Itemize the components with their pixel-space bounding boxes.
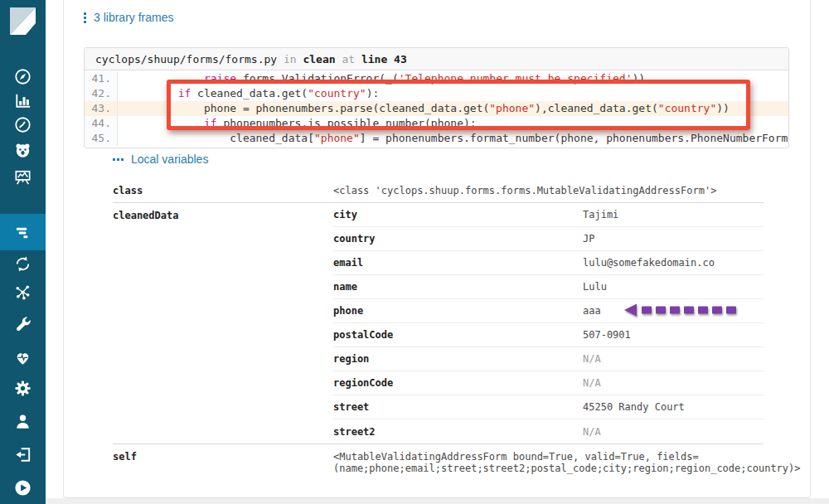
nested-value: aaa	[583, 305, 764, 317]
easel-chart-icon	[13, 167, 32, 187]
library-frames-label: 3 library frames	[94, 11, 173, 24]
line-number: 43.	[85, 101, 118, 116]
sidebar-item-health[interactable]	[0, 342, 46, 373]
sidebar-item-network[interactable]	[0, 276, 46, 308]
nested-key: city	[333, 209, 583, 220]
stream-lines-icon	[13, 223, 32, 242]
bear-icon	[13, 141, 32, 160]
local-variables-toggle[interactable]: Local variables	[113, 153, 208, 166]
app-logo[interactable]	[9, 7, 36, 36]
variable-row-class: class<class 'cyclops.shuup.forms.forms.M…	[113, 178, 764, 202]
nested-row-region: regionN/A	[333, 347, 764, 371]
local-variables-label: Local variables	[131, 153, 208, 166]
nested-key: street	[333, 401, 583, 413]
variable-row-self: self<MutableValidatingAddressForm bound=…	[113, 443, 764, 480]
nested-value: Lulu	[583, 281, 764, 293]
frame-file-path: cyclops/shuup/forms/forms.py	[95, 53, 277, 65]
nested-key: country	[333, 233, 583, 245]
bar-chart-icon	[13, 91, 32, 110]
nested-value: 45250 Randy Court	[583, 401, 764, 413]
variable-key: class	[113, 178, 333, 202]
nested-key: name	[333, 281, 583, 293]
line-number: 44.	[85, 116, 118, 131]
local-variables-table: class<class 'cyclops.shuup.forms.forms.M…	[113, 178, 764, 480]
content-card: 3 library frames cyclops/shuup/forms/for…	[63, 0, 811, 498]
code-line: 44. if phonenumbers.is_possible_number(p…	[85, 116, 788, 131]
code-lines: 41. raise forms.ValidationError(_('Telep…	[85, 70, 788, 148]
frame-at-word: at	[342, 53, 355, 65]
nested-key: email	[333, 257, 583, 269]
app-sidebar	[0, 0, 46, 504]
nested-row-city: cityTajimi	[333, 203, 764, 227]
nested-value: N/A	[583, 353, 764, 365]
nested-table: cityTajimicountryJPemaillulu@somefakedom…	[333, 203, 764, 443]
frame-line-number: line 43	[361, 53, 407, 65]
nested-key: region	[333, 353, 583, 365]
variable-key: self	[113, 444, 333, 468]
nested-row-email: emaillulu@somefakedomain.co	[333, 251, 764, 275]
sidebar-item-settings[interactable]	[0, 372, 46, 404]
nested-key: regionCode	[333, 377, 583, 389]
line-number: 45.	[85, 131, 118, 146]
heart-pulse-icon	[13, 348, 32, 367]
code-line: 42. if cleaned_data.get("country"):	[85, 86, 788, 101]
library-frames-toggle[interactable]: 3 library frames	[84, 11, 173, 24]
code-text: phone = phonenumbers.parse(cleaned_data.…	[118, 101, 788, 116]
stack-frame-panel: cyclops/shuup/forms/forms.py in clean at…	[84, 47, 789, 148]
frame-function-name: clean	[303, 53, 335, 65]
nested-row-name: nameLulu	[333, 275, 764, 299]
sidebar-item-stream[interactable]	[0, 214, 46, 250]
person-icon	[13, 412, 32, 431]
nested-row-postalCode: postalCode507-0901	[333, 323, 764, 347]
stack-frame-header[interactable]: cyclops/shuup/forms/forms.py in clean at…	[85, 48, 788, 70]
gauge-icon	[13, 115, 32, 134]
app-logo-icon	[9, 7, 36, 36]
nested-value: lulu@somefakedomain.co	[583, 257, 764, 269]
sidebar-item-onboarding[interactable]	[0, 472, 46, 503]
nested-value: N/A	[583, 377, 764, 389]
sync-circle-icon	[13, 254, 32, 274]
nested-key: postalCode	[333, 329, 583, 341]
sidebar-item-releases[interactable]	[0, 248, 46, 279]
nested-value: JP	[583, 233, 764, 245]
nested-value: 507-0901	[583, 329, 764, 341]
sidebar-item-logout[interactable]	[0, 439, 46, 470]
code-line-active: 43. phone = phonenumbers.parse(cleaned_d…	[85, 101, 788, 116]
code-text: raise forms.ValidationError(_('Telephone…	[118, 71, 788, 86]
compass-icon	[13, 67, 32, 86]
code-line: 41. raise forms.ValidationError(_('Telep…	[85, 71, 788, 86]
line-number: 41.	[85, 71, 118, 86]
sidebar-item-account[interactable]	[0, 405, 46, 437]
wrench-icon	[13, 314, 32, 333]
variable-row-cleanedData: cleanedDatacityTajimicountryJPemaillulu@…	[113, 202, 764, 443]
nested-row-street2: street2N/A	[333, 419, 764, 443]
sidebar-item-tools[interactable]	[0, 308, 46, 339]
nested-value: Tajimi	[583, 209, 764, 220]
variable-value: <MutableValidatingAddressForm bound=True…	[333, 444, 801, 480]
code-text: if cleaned_data.get("country"):	[118, 86, 788, 101]
node-graph-icon	[13, 283, 32, 302]
nested-row-street: street45250 Randy Court	[333, 395, 764, 419]
sidebar-item-boards[interactable]	[0, 161, 46, 192]
nested-row-phone: phoneaaa	[333, 299, 764, 323]
play-circle-icon	[13, 478, 32, 497]
nested-row-country: countryJP	[333, 227, 764, 251]
logout-icon	[13, 445, 32, 464]
variable-value: <class 'cyclops.shuup.forms.forms.Mutabl…	[333, 178, 764, 202]
nested-row-regionCode: regionCodeN/A	[333, 371, 764, 395]
code-text: if phonenumbers.is_possible_number(phone…	[118, 116, 788, 131]
variable-key: cleanedData	[113, 203, 333, 227]
nested-key: phone	[333, 305, 583, 317]
nested-value: N/A	[583, 426, 764, 438]
page-bottom-strip	[46, 498, 829, 504]
nested-key: street2	[333, 426, 583, 438]
code-text: cleaned_data["phone"] = phonenumbers.for…	[118, 131, 788, 146]
frame-in-word: in	[284, 53, 297, 65]
gear-icon	[13, 379, 32, 398]
code-line: 45. cleaned_data["phone"] = phonenumbers…	[85, 131, 788, 146]
line-number: 42.	[85, 86, 118, 101]
horizontal-dots-icon	[113, 158, 124, 161]
vertical-dots-icon	[84, 12, 86, 23]
